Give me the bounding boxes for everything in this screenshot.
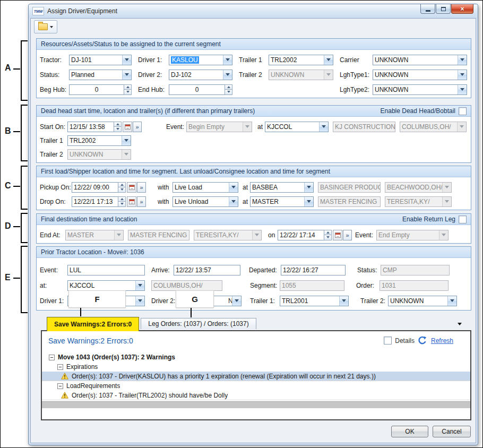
prior-location-combobox[interactable]: KJCCOL [67,280,145,291]
minimize-icon [426,10,430,12]
dropdown-arrow-icon[interactable] [304,197,313,206]
minimize-button[interactable] [420,4,435,14]
end-event-label: Event: [355,231,376,239]
dropdown-arrow-icon[interactable] [458,85,467,94]
pickup-event-combobox[interactable]: Live Load [172,182,238,193]
collapse-icon[interactable] [57,364,63,370]
date-more-button[interactable]: » [137,196,146,207]
close-button[interactable]: × [451,4,473,14]
prior-at-label: at: [40,282,67,289]
drop-location-name: MASTER FENCING [318,196,381,207]
status-combobox[interactable]: Planned [69,70,132,80]
calendar-icon[interactable] [127,182,136,193]
dropdown-arrow-icon [50,26,53,28]
maximize-button[interactable] [436,4,451,14]
endat-datetime[interactable]: 12/22/ 17:14 » [278,230,352,240]
refresh-link[interactable]: Refresh [431,337,453,344]
dropdown-arrow-icon[interactable] [447,296,456,306]
prior-status-label: Status: [357,266,381,274]
tractor-combobox[interactable]: DJ-101 [69,55,132,65]
pickup-location-combobox[interactable]: BASBEA [250,182,314,193]
tab-overflow-arrow-icon[interactable] [458,323,462,325]
dropdown-arrow-icon[interactable] [122,55,131,65]
prior-event-field[interactable]: LUL [67,265,145,275]
driver2-combobox[interactable]: DJ-102 [169,70,232,80]
at-label: at [257,123,265,131]
arrive-field[interactable]: 12/22/ 13:57 [174,265,240,275]
lghtype2-combobox[interactable]: UNKNOWN [373,84,467,95]
prior-trailer2-combobox[interactable]: UNKNOWN [388,296,457,306]
annotation-letter-e: E [5,273,11,282]
horizontal-scrollbar[interactable] [42,401,470,408]
spin-down-icon[interactable] [324,235,332,240]
dropdown-arrow-icon[interactable] [122,136,131,145]
spin-down-icon[interactable] [225,89,232,95]
dropdown-arrow-icon[interactable] [458,55,467,65]
date-more-button[interactable]: » [137,182,146,193]
spin-down-icon[interactable] [118,201,126,207]
cancel-button[interactable]: Cancel [433,426,471,437]
details-checkbox[interactable] [384,337,392,344]
calendar-icon[interactable] [127,196,136,207]
drop-location-combobox[interactable]: MASTER [250,196,314,207]
ok-button[interactable]: OK [391,426,428,437]
tab-leg-orders[interactable]: Leg Orders: (1037) / Orders: (1037) [141,318,256,329]
enable-deadhead-checkbox[interactable] [459,107,467,115]
dropdown-arrow-icon[interactable] [122,70,131,80]
dropdown-arrow-icon[interactable] [304,183,313,192]
deadhead-trailer1-combobox[interactable]: TRL2002 [67,135,131,146]
annotation-bracket-c [21,166,28,210]
dropdown-arrow-icon[interactable] [135,281,144,290]
tree-node-move[interactable]: Move 1043 (Order(s) 1037): 2 Warnings [42,352,470,362]
dropdown-arrow-icon[interactable] [229,183,238,192]
dropdown-arrow-icon [122,150,131,159]
tree-node-expirations[interactable]: Expirations [42,362,470,372]
dropdown-arrow-icon[interactable] [229,197,238,206]
date-more-button[interactable]: » [133,122,142,132]
lghtype1-combobox[interactable]: UNKNOWN [373,70,467,80]
starton-datetime[interactable]: 12/15/ 13:58 » [67,122,142,132]
dropon-datetime[interactable]: 12/22/1 17:13 » [72,196,146,207]
deadhead-location-combobox[interactable]: KJCCOL [265,122,329,132]
collapse-icon[interactable] [49,355,55,360]
collapse-icon[interactable] [57,383,63,389]
spin-down-icon[interactable] [118,187,126,193]
dropdown-arrow-icon[interactable] [232,296,241,306]
annotation-line-f [80,307,81,316]
enable-return-leg-checkbox[interactable] [459,216,467,223]
dropdown-arrow-icon[interactable] [319,122,328,132]
tree-node-loadrequirements[interactable]: LoadRequirements [42,381,470,391]
prior-trailer1-combobox[interactable]: TRL2001 [280,296,349,306]
pickupon-datetime[interactable]: 12/22/ 09:00 » [72,182,146,193]
date-more-button[interactable]: » [343,230,352,240]
spin-down-icon[interactable] [114,126,122,132]
refresh-icon[interactable] [418,336,427,345]
dropdown-arrow-icon[interactable] [458,70,467,80]
carrier-label: Carrier [340,56,373,64]
calendar-icon[interactable] [333,230,342,240]
beghub-stepper[interactable]: 0 [69,84,132,95]
carrier-combobox[interactable]: UNKNOWN [373,55,467,65]
endhub-stepper[interactable]: 0 [169,84,232,95]
enable-return-leg-label: Enable Return Leg [402,216,455,223]
open-split-button[interactable] [34,20,57,33]
dropdown-arrow-icon[interactable] [324,55,333,65]
tree-warning-dolly[interactable]: Order(s): 1037 - Trailer(TRL2002) should… [42,391,470,400]
drop-event-combobox[interactable]: Live Unload [172,196,238,207]
trailer2-combobox: UNKNOWN [269,70,333,80]
trailer1-combobox[interactable]: TRL2002 [269,55,333,65]
prior-trailer1-label: Trailer 1: [250,297,280,305]
prior-event-label: Event: [40,266,67,274]
dropdown-arrow-icon[interactable] [223,70,232,80]
tab-save-warnings[interactable]: Save Warnings:2 Errors:0 [47,317,139,331]
spin-down-icon[interactable] [124,89,132,95]
dropdown-arrow-icon[interactable] [135,296,144,306]
folder-icon [38,23,48,30]
dropdown-arrow-icon[interactable] [339,296,348,306]
driver1-combobox[interactable]: KASLOU [169,55,232,65]
calendar-icon[interactable] [123,122,132,132]
titlebar[interactable]: TMW Assign Driver/Equipment [29,4,478,18]
dropdown-arrow-icon[interactable] [223,55,232,65]
tree-warning-expiration[interactable]: Order(s): 1037 - Driver(KASLOU) has a pr… [42,372,470,381]
departed-field[interactable]: 12/22/ 16:27 [281,265,346,275]
